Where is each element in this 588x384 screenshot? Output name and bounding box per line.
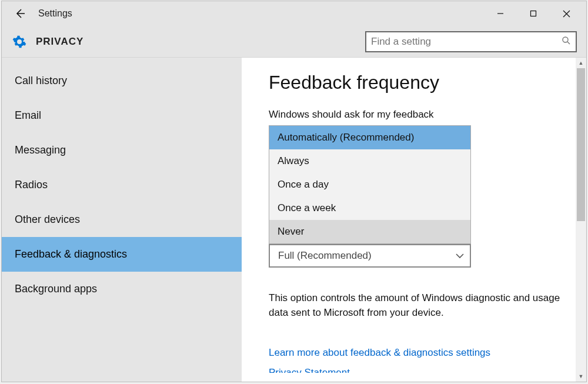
feedback-frequency-dropdown[interactable]: Automatically (Recommended)AlwaysOnce a … <box>269 125 471 244</box>
maximize-button[interactable] <box>517 4 550 23</box>
sidebar-item-calendar[interactable]: Calendar <box>2 58 242 64</box>
description-text: This option controls the amount of Windo… <box>269 291 573 320</box>
svg-line-5 <box>567 42 570 44</box>
titlebar: Settings <box>2 1 586 26</box>
privacy-statement-link[interactable]: Privacy Statement <box>269 367 573 373</box>
scroll-up-button[interactable]: ▲ <box>576 58 586 68</box>
content-pane: Feedback frequency Windows should ask fo… <box>242 58 586 382</box>
dropdown-option[interactable]: Always <box>269 149 470 173</box>
scroll-down-button[interactable]: ▼ <box>576 371 586 382</box>
search-input[interactable] <box>371 36 562 48</box>
search-box[interactable] <box>365 31 577 52</box>
sidebar-item-label: Feedback & diagnostics <box>15 248 127 261</box>
scrollbar[interactable]: ▲ ▼ <box>576 58 586 382</box>
chevron-down-icon <box>456 251 464 261</box>
sidebar-item-label: Messaging <box>15 144 66 156</box>
sidebar-item-label: Call history <box>15 75 67 87</box>
gear-icon <box>12 35 26 49</box>
sidebar-item-feedback-diagnostics[interactable]: Feedback & diagnostics <box>2 237 242 272</box>
diagnostic-data-value: Full (Recommended) <box>278 250 372 262</box>
header-row: PRIVACY <box>2 26 586 58</box>
dropdown-option[interactable]: Never <box>269 220 470 243</box>
sidebar-item-other-devices[interactable]: Other devices <box>2 202 242 237</box>
dropdown-option[interactable]: Once a day <box>269 173 470 196</box>
sidebar-item-messaging[interactable]: Messaging <box>2 133 242 168</box>
diagnostic-data-select[interactable]: Full (Recommended) <box>269 244 471 268</box>
settings-window: Settings PRIVACY CalendarCall hist <box>1 1 587 382</box>
sidebar: CalendarCall historyEmailMessagingRadios… <box>2 58 242 382</box>
body: CalendarCall historyEmailMessagingRadios… <box>2 58 586 382</box>
search-icon <box>562 36 571 47</box>
section-title: PRIVACY <box>36 36 83 48</box>
dropdown-option[interactable]: Once a week <box>269 196 470 220</box>
dropdown-option[interactable]: Automatically (Recommended) <box>269 126 470 149</box>
sidebar-item-label: Background apps <box>15 283 97 295</box>
window-controls <box>484 4 583 23</box>
sidebar-item-background-apps[interactable]: Background apps <box>2 272 242 306</box>
minimize-button[interactable] <box>484 4 517 23</box>
back-button[interactable] <box>9 2 31 25</box>
field-label: Windows should ask for my feedback <box>269 109 573 121</box>
page-heading: Feedback frequency <box>269 72 573 94</box>
sidebar-item-label: Email <box>15 109 41 122</box>
sidebar-item-email[interactable]: Email <box>2 98 242 133</box>
svg-rect-1 <box>531 11 536 16</box>
learn-more-link[interactable]: Learn more about feedback & diagnostics … <box>269 347 573 359</box>
svg-point-4 <box>563 37 568 42</box>
sidebar-item-radios[interactable]: Radios <box>2 168 242 202</box>
sidebar-item-label: Other devices <box>15 213 80 226</box>
close-button[interactable] <box>550 4 583 23</box>
sidebar-item-call-history[interactable]: Call history <box>2 64 242 98</box>
scroll-thumb[interactable] <box>577 68 585 221</box>
sidebar-item-label: Radios <box>15 179 48 191</box>
window-title: Settings <box>31 8 72 19</box>
